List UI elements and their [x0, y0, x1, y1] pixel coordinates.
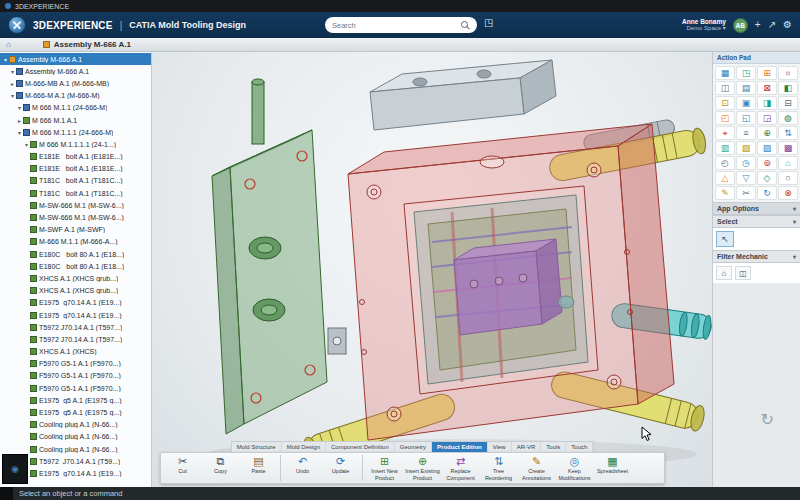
action-pad-icon[interactable]: ▽ [736, 171, 756, 185]
tree-item[interactable]: T5972 J70.14 A.1 (T597...) [0, 333, 151, 345]
action-pad-icon[interactable]: ▥ [715, 141, 735, 155]
tree-item[interactable]: Cooling plug A.1 (N-66...) [0, 431, 151, 443]
filter-icon[interactable]: ⌂ [716, 266, 732, 280]
action-pad-icon[interactable]: ◰ [715, 111, 735, 125]
action-pad-icon[interactable]: ✎ [715, 186, 735, 200]
action-pad-icon[interactable]: ⊟ [778, 96, 798, 110]
action-pad-title[interactable]: Action Pad [713, 52, 800, 64]
tree-item[interactable]: T181C_ bolt A.1 (T181C...) [0, 175, 151, 187]
action-pad-icon[interactable]: ◷ [736, 156, 756, 170]
action-pad-icon[interactable]: ▩ [778, 141, 798, 155]
select-section-header[interactable]: Select ▾ [713, 215, 800, 228]
tree-item[interactable]: F5970 G5-1 A.1 (F5970...) [0, 358, 151, 370]
settings-icon[interactable]: ⚙ [783, 20, 792, 30]
action-pad-icon[interactable]: ◴ [715, 156, 735, 170]
user-menu[interactable]: Anne Bonamy Demo Space ▾ [682, 18, 726, 32]
add-icon[interactable]: + [755, 20, 761, 30]
keep-modifications-button[interactable]: ◎Keep Modifications [556, 455, 593, 481]
update-button[interactable]: ⟳Update [322, 455, 359, 474]
tree-item[interactable]: ▾M 666 M.1.1 (24-666-M) [0, 102, 151, 114]
replace-component-button[interactable]: ⇄Replace Component [442, 455, 479, 481]
share-icon[interactable]: ↗ [768, 20, 776, 30]
action-pad-icon[interactable]: ⊚ [757, 156, 777, 170]
copy-button[interactable]: ⧉Copy [202, 455, 239, 474]
action-pad-icon[interactable]: ▣ [736, 96, 756, 110]
tree-item[interactable]: M-SWF A.1 (M-SWF) [0, 224, 151, 236]
cavity-plate[interactable] [348, 124, 674, 440]
tree-item[interactable]: ▸M 666 M.1 A.1 [0, 114, 151, 126]
rotate-view-widget[interactable]: ↻ [761, 410, 774, 429]
status-corner-icon[interactable] [0, 487, 13, 500]
filter-section-header[interactable]: Filter Mechanic ▾ [713, 250, 800, 263]
robot-thumbnail-widget[interactable]: ◉ [2, 454, 28, 484]
action-pad-icon[interactable]: ⊞ [757, 66, 777, 80]
action-pad-icon[interactable]: ◧ [778, 81, 798, 95]
expander-icon[interactable]: ▸ [16, 117, 23, 124]
action-pad-icon[interactable]: ⌖ [715, 126, 735, 140]
action-pad-icon[interactable]: ≡ [736, 126, 756, 140]
tree-item[interactable]: E1975_g5 A.1 (E1975 g...) [0, 394, 151, 406]
action-pad-icon[interactable]: ⊗ [778, 186, 798, 200]
tab-ar-vr[interactable]: AR-VR [512, 442, 542, 452]
tab-view[interactable]: View [488, 442, 512, 452]
tree-item[interactable]: E180C_ bolt 80 A.1 (E18...) [0, 248, 151, 260]
tab-product-edition[interactable]: Product Edition [432, 442, 488, 452]
action-pad-icon[interactable]: ⊡ [715, 96, 735, 110]
tree-item[interactable]: ▸M-666-MB A.1 (M-666-MB) [0, 77, 151, 89]
tree-item[interactable]: ▾M 666 M.1.1.1.1 (24-1...) [0, 138, 151, 150]
select-cursor-tool[interactable]: ↖ [716, 231, 734, 247]
cut-button[interactable]: ✂Cut [164, 455, 201, 474]
tree-item[interactable]: ▾Assembly M-666 A.1 [0, 53, 151, 65]
tree-item[interactable]: XHCS A.1 (XHCS) [0, 346, 151, 358]
expander-icon[interactable]: ▾ [2, 56, 9, 63]
avatar[interactable]: AB [733, 18, 748, 33]
insert-existing-product-button[interactable]: ⊕Insert Existing Product [404, 455, 441, 481]
action-pad-icon[interactable]: ○ [778, 171, 798, 185]
action-pad-icon[interactable]: ⌂ [778, 156, 798, 170]
action-pad-icon[interactable]: ◫ [715, 81, 735, 95]
tree-item[interactable]: T5972 J70.14 A.1 (T597...) [0, 321, 151, 333]
tree-item[interactable]: E1975_g70.14 A.1 (E19...) [0, 297, 151, 309]
tab-mold-design[interactable]: Mold Design [282, 442, 326, 452]
tree-item[interactable]: F5970 G5-1 A.1 (F5970...) [0, 370, 151, 382]
action-pad-icon[interactable]: ⇅ [778, 126, 798, 140]
tree-item[interactable]: ▾M-666-M A.1 (M-666-M) [0, 90, 151, 102]
action-pad-icon[interactable]: ✂ [736, 186, 756, 200]
tab-component-definition[interactable]: Component Definition [326, 442, 395, 452]
tree-item[interactable]: E181E_ bolt A.1 (E181E...) [0, 151, 151, 163]
create-annotations-button[interactable]: ✎Create Annotations [518, 455, 555, 481]
tab-geometry[interactable]: Geometry [395, 442, 432, 452]
back-plate[interactable] [212, 79, 327, 434]
clamp-plate[interactable] [370, 60, 556, 130]
tree-item[interactable]: E1975_g70.14 A.1 (E19...) [0, 309, 151, 321]
insert-new-product-button[interactable]: ⊞Insert New Product [366, 455, 403, 481]
3ds-compass-icon[interactable] [8, 16, 26, 34]
clamp-bracket[interactable] [328, 328, 346, 354]
action-pad-icon[interactable]: ◳ [736, 66, 756, 80]
expander-icon[interactable]: ▾ [9, 68, 16, 75]
tree-item[interactable]: E1975_g5 A.1 (E1975 g...) [0, 406, 151, 418]
action-pad-icon[interactable]: ⊕ [757, 126, 777, 140]
undo-button[interactable]: ↶Undo [284, 455, 321, 474]
tab-tools[interactable]: Tools [541, 442, 566, 452]
action-pad-icon[interactable]: ◲ [757, 111, 777, 125]
tree-item[interactable]: Cooling plug A.1 (N-66...) [0, 419, 151, 431]
action-pad-icon[interactable]: ◍ [778, 111, 798, 125]
action-pad-icon[interactable]: △ [715, 171, 735, 185]
expander-icon[interactable]: ▾ [16, 129, 23, 136]
home-icon[interactable]: ⌂ [6, 40, 11, 49]
app-options-header[interactable]: App Options ▾ [713, 202, 800, 215]
tree-item[interactable]: M-SW-666 M.1 (M-SW-6...) [0, 199, 151, 211]
action-pad-icon[interactable]: ◇ [757, 171, 777, 185]
3d-viewport[interactable] [152, 52, 712, 487]
tree-item[interactable]: E181E_ bolt A.1 (E181E...) [0, 163, 151, 175]
spreadsheet-button[interactable]: ▦Spreadsheet [594, 455, 631, 474]
tree-item[interactable]: ▾Assembly M-666 A.1 [0, 65, 151, 77]
breadcrumb-title[interactable]: Assembly M-666 A.1 [54, 40, 131, 49]
action-pad-icon[interactable]: ↻ [757, 186, 777, 200]
tag-icon[interactable]: ◳ [484, 17, 493, 28]
tab-touch[interactable]: Touch [566, 442, 593, 452]
action-pad-icon[interactable]: ⊠ [757, 81, 777, 95]
expander-icon[interactable]: ▾ [23, 141, 30, 148]
tree-item[interactable]: XHCS A.1 (XHCS grub...) [0, 272, 151, 284]
